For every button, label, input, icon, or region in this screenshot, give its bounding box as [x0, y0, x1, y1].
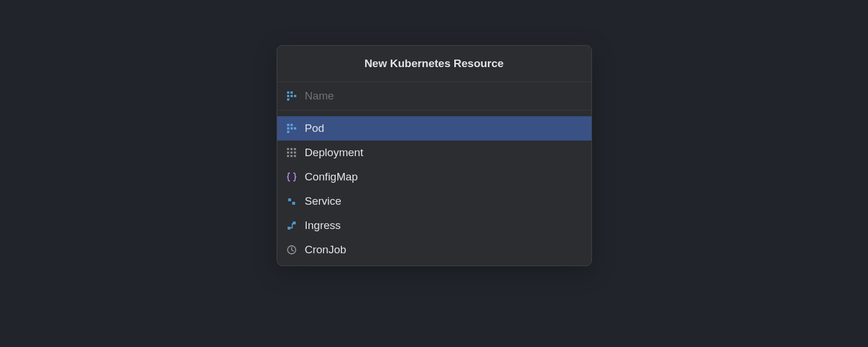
dialog-header: New Kubernetes Resource — [277, 46, 591, 82]
list-item-label: ConfigMap — [305, 171, 358, 183]
svg-rect-1 — [290, 91, 293, 94]
svg-rect-13 — [290, 148, 293, 150]
svg-rect-21 — [288, 198, 291, 201]
svg-rect-22 — [292, 202, 295, 205]
grid-gray-icon — [286, 147, 297, 158]
svg-rect-12 — [287, 148, 289, 150]
svg-rect-2 — [287, 95, 289, 97]
name-input[interactable] — [305, 90, 582, 102]
svg-rect-9 — [290, 127, 293, 130]
svg-rect-16 — [290, 152, 293, 154]
braces-icon — [286, 172, 297, 182]
svg-rect-4 — [294, 95, 296, 97]
svg-rect-8 — [287, 127, 289, 130]
list-item-configmap[interactable]: ConfigMap — [277, 165, 591, 189]
svg-rect-0 — [287, 91, 289, 94]
list-item-service[interactable]: Service — [277, 189, 591, 213]
grid-blue-icon — [286, 123, 297, 134]
list-item-label: CronJob — [305, 243, 347, 256]
list-item-cronjob[interactable]: CronJob — [277, 238, 591, 262]
svg-rect-6 — [287, 124, 289, 126]
svg-rect-15 — [287, 152, 289, 154]
dialog-title: New Kubernetes Resource — [286, 57, 582, 70]
list-item-label: Pod — [305, 122, 325, 135]
list-item-ingress[interactable]: Ingress — [277, 213, 591, 238]
list-item-pod[interactable]: Pod — [277, 116, 591, 141]
input-row — [277, 82, 591, 110]
list-item-deployment[interactable]: Deployment — [277, 141, 591, 165]
new-resource-dialog: New Kubernetes Resource — [277, 45, 592, 266]
svg-rect-20 — [294, 155, 296, 157]
list-item-label: Service — [305, 195, 341, 208]
svg-rect-11 — [287, 131, 289, 133]
clock-icon — [286, 245, 297, 255]
svg-rect-19 — [290, 155, 293, 157]
svg-rect-7 — [290, 124, 293, 126]
svg-rect-14 — [294, 148, 296, 150]
svg-rect-23 — [288, 227, 290, 230]
svg-rect-5 — [287, 98, 289, 101]
list-item-label: Ingress — [305, 219, 341, 232]
svg-rect-17 — [294, 152, 296, 154]
svg-rect-18 — [287, 155, 289, 157]
svg-rect-24 — [293, 222, 296, 224]
svg-rect-10 — [294, 127, 296, 130]
list-item-label: Deployment — [305, 146, 363, 159]
grid-blue-icon — [286, 91, 297, 101]
svg-rect-3 — [290, 95, 293, 97]
ingress-icon — [286, 220, 297, 231]
resource-list: Pod Deployment — [277, 110, 591, 265]
service-icon — [286, 196, 297, 206]
